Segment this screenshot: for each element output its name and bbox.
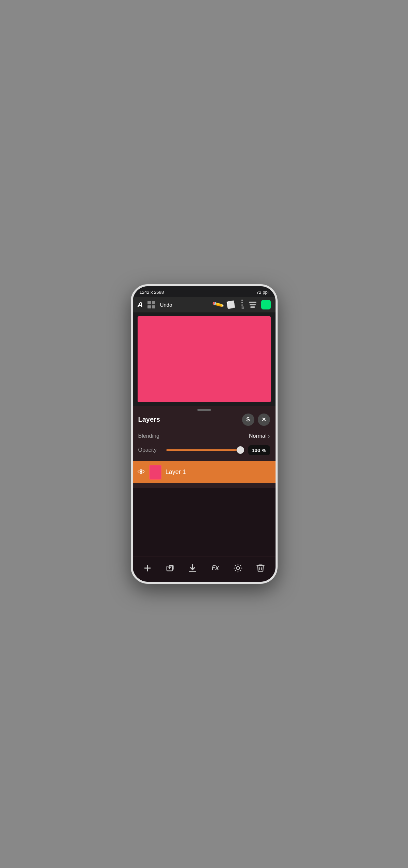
- layer-visibility-icon[interactable]: 👁: [138, 468, 145, 477]
- grid-icon[interactable]: [147, 301, 155, 308]
- blending-value-wrap[interactable]: Normal ›: [249, 433, 270, 440]
- adjust-button[interactable]: [231, 561, 245, 575]
- s-button[interactable]: S: [242, 414, 254, 426]
- layers-empty-area: [133, 488, 276, 556]
- blending-value: Normal: [249, 433, 267, 439]
- add-layer-button[interactable]: [163, 561, 177, 575]
- ppi-label: 72 ppi: [256, 290, 268, 295]
- color-swatch[interactable]: [261, 300, 271, 309]
- layer-thumbnail: [149, 465, 161, 480]
- fx-button[interactable]: Fx: [209, 561, 222, 575]
- svg-point-1: [236, 566, 239, 569]
- eraser-icon[interactable]: ⬜: [226, 300, 236, 309]
- app-logo[interactable]: A: [138, 300, 143, 309]
- opacity-value[interactable]: 100 %: [248, 445, 270, 455]
- blending-row[interactable]: Blending Normal ›: [133, 429, 276, 443]
- opacity-track: [166, 449, 244, 451]
- more-options-button[interactable]: 10: [240, 300, 244, 310]
- layer-name[interactable]: Layer 1: [166, 468, 186, 476]
- blending-chevron-icon: ›: [268, 433, 270, 440]
- close-layers-button[interactable]: ✕: [258, 414, 270, 426]
- stroke-count: 10: [240, 306, 244, 310]
- layer-row[interactable]: 👁 Layer 1: [133, 461, 276, 483]
- layers-title: Layers: [138, 416, 160, 423]
- layers-header-buttons: S ✕: [242, 414, 270, 426]
- bottom-toolbar: Fx: [133, 556, 276, 582]
- blending-label: Blending: [138, 433, 159, 439]
- brush-icon[interactable]: ✏️: [211, 298, 225, 312]
- layers-button[interactable]: [249, 302, 256, 308]
- opacity-row: Opacity 100 %: [133, 443, 276, 460]
- undo-button[interactable]: Undo: [160, 302, 172, 308]
- canvas-dimensions: 1242 x 2688: [140, 290, 164, 295]
- toolbar: A Undo ✏️ ⬜ 10: [133, 297, 276, 313]
- canvas[interactable]: [138, 316, 271, 402]
- opacity-slider[interactable]: [166, 447, 244, 453]
- layers-header: Layers S ✕: [133, 413, 276, 429]
- add-button[interactable]: [141, 561, 154, 575]
- status-bar: 1242 x 2688 72 ppi: [133, 286, 276, 297]
- layers-panel: Layers S ✕ Blending Normal › Opacity: [133, 406, 276, 488]
- phone-frame: 1242 x 2688 72 ppi A Undo ✏️ ⬜ 10: [131, 284, 278, 583]
- drag-handle[interactable]: [197, 409, 211, 411]
- drag-handle-bar: [133, 406, 276, 413]
- import-button[interactable]: [186, 561, 199, 575]
- opacity-label: Opacity: [138, 447, 162, 453]
- delete-button[interactable]: [254, 561, 267, 575]
- opacity-thumb[interactable]: [237, 446, 244, 454]
- canvas-area[interactable]: [133, 313, 276, 405]
